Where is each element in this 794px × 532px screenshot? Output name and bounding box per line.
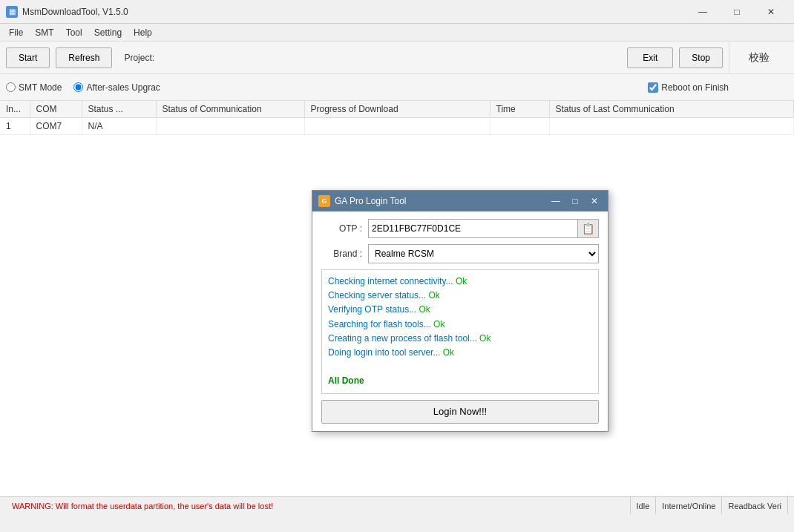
cell-progress bbox=[304, 118, 490, 135]
minimize-button[interactable]: — bbox=[686, 0, 720, 24]
cell-last-comm bbox=[549, 118, 794, 135]
menu-help[interactable]: Help bbox=[128, 26, 158, 39]
reboot-checkbox[interactable] bbox=[648, 82, 658, 93]
log-line-1: Checking internet connectivity... Ok bbox=[328, 275, 592, 289]
otp-copy-button[interactable]: 📋 bbox=[577, 220, 598, 237]
dialog-body: OTP : 📋 Brand : Realme RCSM C bbox=[312, 211, 608, 431]
window-controls: — □ ✕ bbox=[686, 0, 788, 24]
table-row: 1 COM7 N/A bbox=[0, 118, 794, 135]
login-now-button[interactable]: Login Now!!! bbox=[321, 400, 599, 424]
reboot-checkbox-label[interactable]: Reboot on Finish bbox=[648, 82, 729, 93]
menu-tool[interactable]: Tool bbox=[60, 26, 88, 39]
log-line-3: Verifying OTP status... Ok bbox=[328, 303, 592, 317]
stop-button[interactable]: Stop bbox=[679, 47, 723, 68]
brand-select[interactable]: Realme RCSM bbox=[368, 244, 599, 263]
col-header-status: Status ... bbox=[82, 101, 156, 118]
cell-index: 1 bbox=[0, 118, 30, 135]
log-line-2: Checking server status... Ok bbox=[328, 289, 592, 303]
otp-label: OTP : bbox=[321, 223, 362, 234]
status-bar: WARNING: Will format the userdata partit… bbox=[0, 496, 794, 514]
menu-file[interactable]: File bbox=[3, 26, 29, 39]
dialog-title: GA Pro Login Tool bbox=[335, 196, 544, 206]
title-bar: ▦ MsmDownloadTool, V1.5.0 — □ ✕ bbox=[0, 0, 794, 24]
menu-setting[interactable]: Setting bbox=[88, 26, 128, 39]
radio-bar: SMT Mode After-sales Upgrac Reboot on Fi… bbox=[0, 74, 794, 101]
dialog-app-icon: G bbox=[318, 195, 330, 207]
dialog-minimize-button[interactable]: — bbox=[548, 194, 563, 208]
dialog-maximize-button[interactable]: □ bbox=[568, 194, 583, 208]
col-header-index: In... bbox=[0, 101, 30, 118]
status-internet: Internet/Online bbox=[656, 497, 722, 514]
col-header-last: Status of Last Communication bbox=[549, 101, 794, 118]
otp-field-row: OTP : 📋 bbox=[321, 219, 599, 238]
cell-status: N/A bbox=[82, 118, 156, 135]
ga-pro-login-dialog: G GA Pro Login Tool — □ ✕ OTP : 📋 bbox=[312, 190, 608, 432]
cell-time bbox=[490, 118, 549, 135]
device-table: In... COM Status ... Status of Communica… bbox=[0, 101, 794, 135]
col-header-time: Time bbox=[490, 101, 549, 118]
start-button[interactable]: Start bbox=[6, 47, 50, 68]
status-warning: WARNING: Will format the userdata partit… bbox=[6, 497, 631, 514]
col-header-comm: Status of Communication bbox=[156, 101, 304, 118]
cell-comm-status bbox=[156, 118, 304, 135]
project-label: Project: bbox=[124, 53, 154, 63]
content-area: In... COM Status ... Status of Communica… bbox=[0, 101, 794, 514]
log-line-6: Doing login into tool server... Ok bbox=[328, 346, 592, 360]
maximize-button[interactable]: □ bbox=[720, 0, 754, 24]
col-header-progress: Progress of Download bbox=[304, 101, 490, 118]
toolbar: Start Refresh Project: Exit Stop 校验 bbox=[0, 42, 794, 74]
app-title: MsmDownloadTool, V1.5.0 bbox=[22, 7, 686, 17]
log-line-4: Searching for flash tools... Ok bbox=[328, 318, 592, 332]
exit-button[interactable]: Exit bbox=[627, 47, 673, 68]
otp-input[interactable] bbox=[369, 220, 577, 237]
smt-mode-input[interactable] bbox=[6, 82, 16, 92]
cell-com: COM7 bbox=[30, 118, 82, 135]
close-button[interactable]: ✕ bbox=[754, 0, 788, 24]
status-readback: Readback Veri bbox=[722, 497, 788, 514]
brand-label: Brand : bbox=[321, 249, 362, 259]
after-sales-radio[interactable]: After-sales Upgrac bbox=[73, 82, 160, 93]
menu-bar: File SMT Tool Setting Help bbox=[0, 24, 794, 42]
dialog-close-button[interactable]: ✕ bbox=[587, 194, 602, 208]
refresh-button[interactable]: Refresh bbox=[56, 47, 112, 68]
app-icon: ▦ bbox=[6, 6, 18, 18]
log-area: Checking internet connectivity... Ok Che… bbox=[321, 269, 599, 394]
otp-input-wrap: 📋 bbox=[368, 219, 599, 238]
smt-mode-radio[interactable]: SMT Mode bbox=[6, 82, 62, 93]
status-idle: Idle bbox=[631, 497, 657, 514]
menu-smt[interactable]: SMT bbox=[29, 26, 59, 39]
col-header-com: COM bbox=[30, 101, 82, 118]
dialog-title-bar: G GA Pro Login Tool — □ ✕ bbox=[312, 191, 608, 211]
log-line-5: Creating a new process of flash tool... … bbox=[328, 332, 592, 346]
after-sales-input[interactable] bbox=[73, 82, 83, 92]
chinese-verify-box: 校验 bbox=[729, 42, 788, 74]
brand-field-row: Brand : Realme RCSM bbox=[321, 244, 599, 263]
table-header-row: In... COM Status ... Status of Communica… bbox=[0, 101, 794, 118]
all-done-text: All Done bbox=[328, 374, 592, 388]
